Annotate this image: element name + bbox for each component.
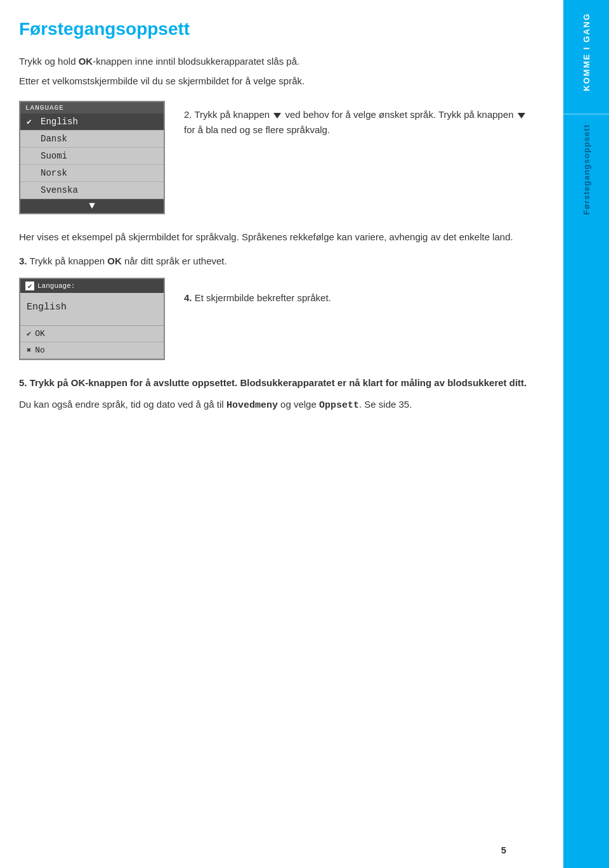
step5-paragraph-2: Du kan også endre språk, tid og dato ved… — [19, 397, 538, 413]
page-title: Førstegangsoppsett — [19, 19, 538, 39]
lang-label-norsk: Norsk — [41, 168, 67, 178]
lang-item-svenska: Svenska — [20, 182, 164, 199]
sidebar-divider — [563, 113, 609, 115]
step1-text: Trykk og hold OK-knappen inne inntil blo… — [19, 55, 538, 69]
step5-paragraph-1: 5. Trykk på OK-knappen for å avslutte op… — [19, 375, 538, 391]
step5-text1: Du kan også endre språk, tid og dato ved… — [19, 399, 226, 410]
check-english: ✔ — [27, 117, 37, 127]
step3-text-part: Trykk på knappen — [29, 256, 107, 266]
step2-text1: Trykk på knappen — [194, 109, 272, 120]
sidebar-top-label: KOMME I GANG — [582, 13, 591, 91]
confirm-option-ok: ✔ OK — [20, 326, 164, 342]
confirm-screen: ✔ Language: English ✔ OK ✖ No — [19, 278, 165, 360]
lang-item-dansk: Dansk — [20, 131, 164, 148]
step4-number: 4. — [184, 292, 192, 303]
screen-header: LANGUAGE — [20, 102, 164, 113]
step5-number: 5. — [19, 377, 27, 388]
step5-bold1: Trykk på OK-knappen for å avslutte oppse… — [30, 377, 527, 388]
page-container: Førstegangsoppsett Trykk og hold OK-knap… — [0, 0, 609, 868]
confirm-header: ✔ Language: — [20, 279, 164, 293]
triangle-down-icon — [273, 113, 281, 119]
confirm-header-text: Language: — [37, 282, 75, 290]
step4-text: 4. Et skjermbilde bekrefter språket. — [184, 278, 538, 306]
lang-label-english: English — [41, 117, 78, 127]
step2-number: 2. — [184, 109, 192, 120]
lang-item-suomi: Suomi — [20, 148, 164, 165]
step2-text3: for å bla ned og se flere språkvalg. — [184, 124, 330, 135]
intro-text: Etter et velkomstskjermbilde vil du se s… — [19, 74, 538, 89]
step3-rest: når ditt språk er uthevet. — [122, 256, 227, 266]
language-step-row: LANGUAGE ✔ English Dansk Suomi — [19, 101, 538, 214]
lang-item-english: ✔ English — [20, 113, 164, 131]
step3-bold: OK — [107, 256, 122, 266]
step5-mono1: Hovedmeny — [226, 400, 278, 411]
step2-paragraph: 2. Trykk på knappen ved behov for å velg… — [184, 107, 538, 138]
main-content: Førstegangsoppsett Trykk og hold OK-knap… — [0, 0, 563, 868]
lang-item-norsk: Norsk — [20, 165, 164, 182]
confirm-body: English — [20, 293, 164, 325]
step4-text: Et skjermbilde bekrefter språket. — [195, 292, 331, 303]
lang-label-svenska: Svenska — [41, 185, 78, 195]
no-label: No — [35, 346, 45, 355]
lang-label-dansk: Dansk — [41, 134, 67, 144]
page-number: 5 — [501, 845, 506, 855]
confirm-option-no: ✖ No — [20, 342, 164, 359]
confirm-check-icon: ✔ — [25, 282, 34, 290]
step2-text: 2. Trykk på knappen ved behov for å velg… — [184, 101, 538, 143]
language-screen: LANGUAGE ✔ English Dansk Suomi — [19, 101, 165, 214]
triangle-down-icon-2 — [518, 113, 525, 119]
step5-section: 5. Trykk på OK-knappen for å avslutte op… — [19, 375, 538, 413]
step3-text: 3. Trykk på knappen OK når ditt språk er… — [19, 254, 538, 269]
step5-mono2: Oppsett — [319, 400, 359, 411]
sidebar: KOMME I GANG Førstegangsoppsett — [563, 0, 609, 868]
step3-number: 3. — [19, 256, 27, 266]
lang-label-suomi: Suomi — [41, 151, 67, 161]
step5-text3: . Se side 35. — [359, 399, 412, 410]
step2-text2: ved behov for å velge ønsket språk. Tryk… — [285, 109, 516, 120]
step4-paragraph: 4. Et skjermbilde bekrefter språket. — [184, 290, 538, 306]
step5-text2: og velge — [278, 399, 319, 410]
section-1: Trykk og hold OK-knappen inne inntil blo… — [19, 55, 538, 88]
screen-body: ✔ English Dansk Suomi Norsk — [20, 113, 164, 213]
confirm-options: ✔ OK ✖ No — [20, 325, 164, 359]
sidebar-bottom-label: Førstegangsoppsett — [582, 124, 591, 215]
scroll-indicator: ▼ — [20, 199, 164, 213]
confirm-step-row: ✔ Language: English ✔ OK ✖ No — [19, 278, 538, 360]
ok-label: OK — [35, 329, 45, 339]
confirm-value: English — [27, 302, 67, 313]
body-text-1: Her vises et eksempel på skjermbildet fo… — [19, 230, 538, 245]
no-icon: ✖ — [27, 346, 31, 355]
ok-icon: ✔ — [27, 329, 31, 339]
